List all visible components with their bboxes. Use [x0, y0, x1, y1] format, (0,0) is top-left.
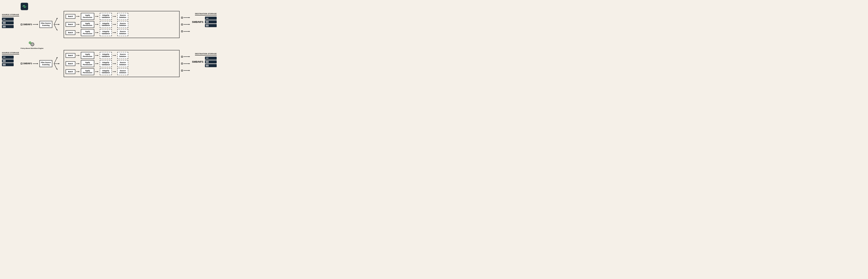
- dest-server-unit: [205, 64, 217, 67]
- svg-marker-62: [97, 55, 99, 56]
- svg-marker-60: [79, 55, 80, 56]
- apply-box-1-1: ApplyPermission: [81, 13, 94, 20]
- svg-marker-6: [58, 24, 60, 25]
- files-scanning-bottom: Files SourceScanning: [39, 60, 53, 67]
- arr-b1-3: [113, 55, 117, 56]
- batch-box-2-1: Batch: [66, 53, 75, 58]
- arrow-apply-integrity-1-2: [95, 24, 99, 25]
- svg-rect-39: [32, 45, 33, 46]
- pipeline-row-3: Batch ApplyPermission IntegrityValidatio…: [66, 29, 178, 36]
- arr-b2-3: [113, 63, 117, 65]
- smb-label-bottom-right: SMB/NFS: [192, 60, 204, 63]
- batch-box-2-3: Batch: [66, 69, 75, 74]
- fan-arrows-bottom: [53, 55, 63, 72]
- arrow-to-scanning-bottom: [33, 62, 39, 65]
- svg-line-53: [54, 58, 57, 64]
- svg-rect-37: [34, 44, 34, 45]
- dest-storage-1: DESTINATION STORAGE SMB/NFS: [192, 13, 217, 27]
- arrow-integrity-deletion-1-3: [113, 32, 117, 34]
- pipeline-row-2: Batch ApplyPermission IntegrityValidatio…: [66, 21, 178, 28]
- svg-line-3: [54, 19, 57, 24]
- svg-marker-82: [189, 70, 190, 71]
- arrow-apply-integrity-1-1: [95, 16, 99, 18]
- server-unit: [2, 56, 14, 59]
- batch-box-1-2: Batch: [66, 22, 75, 27]
- svg-rect-48: [30, 43, 30, 44]
- server-unit: [2, 25, 14, 28]
- svg-marker-52: [37, 63, 38, 64]
- pipeline-row-1: Batch ApplyPermission IntegrityValidatio…: [66, 13, 178, 20]
- batch-box-2-2: Batch: [66, 61, 75, 66]
- deletion-box-2-3: SourceDeletion: [117, 68, 128, 75]
- output-sq-b1: [181, 56, 183, 58]
- source-storage-label-2: SOURCE STORAGE: [2, 52, 19, 55]
- output-sq-3: [181, 30, 183, 32]
- svg-marker-16: [79, 24, 80, 25]
- integrity-box-1-2: IntegrityValidation: [100, 21, 112, 28]
- arr-b2-1: [76, 63, 80, 65]
- arrow-to-scanning-top: [33, 23, 39, 26]
- dest-storage-label-2: DESTINATION STORAGE: [195, 53, 217, 56]
- dest-server-unit: [205, 60, 217, 63]
- arr-b1-2: [95, 55, 99, 56]
- svg-marker-8: [56, 29, 58, 31]
- svg-marker-64: [115, 55, 116, 56]
- svg-marker-58: [56, 68, 58, 70]
- gears-icon: [28, 40, 36, 47]
- source-storage-1: SOURCE STORAGE: [2, 14, 19, 28]
- output-arrow-b2: [184, 63, 190, 65]
- output-sq-1: [181, 17, 183, 19]
- output-arrow-2: [184, 24, 190, 25]
- svg-rect-41: [30, 44, 31, 45]
- svg-marker-74: [97, 71, 99, 72]
- integrity-box-1-3: IntegrityValidation: [100, 29, 112, 36]
- engine-icon-area: Policy-Based Workflow Engine: [21, 40, 43, 50]
- smb-label-top-right: SMB/NFS: [192, 21, 204, 24]
- svg-marker-66: [79, 63, 80, 64]
- svg-marker-28: [189, 17, 190, 18]
- deletion-box-2-1: SourceDeletion: [117, 52, 128, 59]
- pipeline-row-b3: Batch ApplyPermission IntegrityValidatio…: [66, 68, 178, 75]
- output-sq-2: [181, 24, 183, 25]
- apply-box-2-1: ApplyPermission: [81, 52, 94, 59]
- svg-marker-14: [115, 16, 116, 17]
- integrity-box-1-1: IntegrityValidation: [100, 13, 112, 20]
- deletion-box-2-2: SourceDeletion: [117, 60, 128, 67]
- arrow-apply-integrity-1-3: [95, 32, 99, 34]
- svg-marker-30: [189, 24, 190, 25]
- arrow-integrity-deletion-1-1: [113, 16, 117, 18]
- smb-label-bottom-left: SMB/NFS: [23, 62, 32, 65]
- svg-point-44: [30, 42, 31, 43]
- arr-b2-2: [95, 63, 99, 65]
- output-sq-b3: [181, 70, 183, 71]
- connector-square-bottom: [21, 63, 23, 64]
- source-storage-2: SOURCE STORAGE: [2, 52, 19, 66]
- dest-storage-2: DESTINATION STORAGE SMB/NFS: [192, 53, 217, 67]
- deletion-box-1-3: SourceDeletion: [117, 29, 128, 36]
- fan-arrows-top: [53, 16, 63, 33]
- svg-marker-2: [37, 24, 38, 25]
- apply-box-1-3: ApplyPermission: [81, 29, 94, 36]
- svg-rect-45: [30, 41, 30, 42]
- workflow-bottom: Policy-Based Workflow Engine SMB/NFS Fil…: [21, 40, 190, 77]
- apply-box-2-3: ApplyPermission: [81, 68, 94, 75]
- svg-marker-70: [115, 63, 116, 64]
- svg-marker-76: [115, 71, 116, 72]
- svg-marker-22: [79, 32, 80, 33]
- arrow-batch-apply-1-3: [76, 32, 80, 34]
- server-unit: [2, 63, 14, 66]
- arr-b1-1: [76, 55, 80, 56]
- arrow-batch-apply-1-1: [76, 16, 80, 18]
- deletion-box-1-2: SourceDeletion: [117, 21, 128, 28]
- output-connectors-top: [181, 16, 190, 33]
- pipeline-row-b2: Batch ApplyPermission IntegrityValidatio…: [66, 60, 178, 67]
- output-sq-b2: [181, 63, 183, 64]
- integrity-box-2-2: IntegrityValidation: [100, 60, 112, 67]
- dest-server-unit: [205, 20, 217, 24]
- engine-label: Policy-Based Workflow Engine: [21, 48, 43, 50]
- server-unit: [2, 21, 14, 24]
- svg-marker-56: [58, 63, 60, 64]
- arr-b3-3: [113, 71, 117, 73]
- integrity-box-2-1: IntegrityValidation: [100, 52, 112, 59]
- svg-marker-68: [97, 63, 99, 64]
